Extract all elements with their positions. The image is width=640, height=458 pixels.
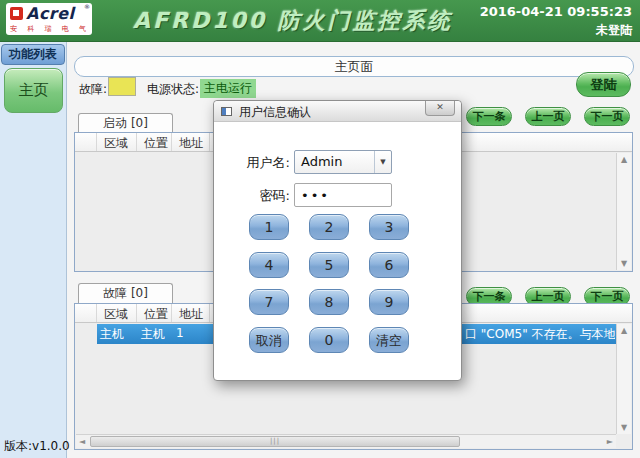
sidebar: 功能列表 主页 版本:v1.0.0 [0,42,67,458]
close-icon[interactable]: ✕ [425,101,455,116]
tab-start[interactable]: 启动 [0] [78,113,173,133]
password-label: 密码: [228,187,290,205]
keypad-button-2[interactable]: 2 [309,214,349,240]
login-status: 未登陆 [596,22,632,39]
username-selected-value: Admin [301,154,342,169]
acrel-logo-icon [10,7,23,20]
cell-position: 主机 [141,326,165,343]
scroll-down-icon[interactable]: ▼ [617,259,631,268]
function-list-button[interactable]: 功能列表 [1,44,65,65]
password-field[interactable]: ••• [294,183,392,207]
keypad-button-5[interactable]: 5 [309,252,349,278]
column-header-address[interactable]: 地址 [172,304,210,322]
start-next-item-button[interactable]: 下一条 [466,107,512,126]
brand-subtitle: 安 科 瑞 电 气 [10,24,90,34]
cancel-button[interactable]: 取消 [249,327,289,353]
username-label: 用户名: [228,154,290,172]
keypad-button-3[interactable]: 3 [369,214,409,240]
login-button[interactable]: 登陆 [576,72,631,97]
dialog-titlebar[interactable]: 用户信息确认 ✕ [214,101,461,122]
power-status-label: 电源状态: [147,81,199,98]
app-window: Acrel ® 安 科 瑞 电 气 AFRD100 防火门监控系统 2016-0… [0,0,640,458]
scroll-left-icon[interactable]: ◄ [79,437,85,446]
dialog-title: 用户信息确认 [239,104,311,121]
column-header-area[interactable]: 区域 [97,304,137,322]
scroll-up-icon[interactable]: ▲ [617,326,631,335]
start-prev-page-button[interactable]: 上一页 [525,107,571,126]
fault-horizontal-scrollbar[interactable]: ◄ ► ||| [76,434,616,448]
scrollbar-thumb[interactable]: ||| [90,436,460,447]
column-header-position[interactable]: 位置 [137,133,172,151]
version-label: 版本:v1.0.0 [4,438,70,455]
username-select[interactable]: Admin ▼ [294,150,392,174]
row-selector-column [75,304,97,322]
keypad-button-9[interactable]: 9 [369,289,409,315]
power-status-value: 主电运行 [200,79,256,98]
tab-fault[interactable]: 故障 [0] [78,283,173,303]
brand-name: Acrel [26,4,75,23]
keypad-button-4[interactable]: 4 [249,252,289,278]
keypad-button-8[interactable]: 8 [309,289,349,315]
column-header-area[interactable]: 区域 [97,133,137,151]
fault-indicator [108,77,136,96]
page-title: 主页面 [74,56,634,77]
clear-button[interactable]: 清空 [369,327,409,353]
keypad-button-7[interactable]: 7 [249,289,289,315]
header-bar: Acrel ® 安 科 瑞 电 气 AFRD100 防火门监控系统 2016-0… [0,0,640,42]
user-login-dialog: 用户信息确认 ✕ 用户名: Admin ▼ 密码: ••• 1 2 3 4 5 … [213,100,462,381]
cell-fault-message: 口 "COM5" 不存在。与本地二总 [465,326,615,343]
scroll-down-icon[interactable]: ▼ [617,423,631,432]
start-vertical-scrollbar[interactable]: ▲ ▼ [616,153,631,270]
app-title: AFRD100 防火门监控系统 [133,6,453,36]
acrel-logo: Acrel ® 安 科 瑞 电 气 [6,3,92,35]
chevron-down-icon[interactable]: ▼ [374,151,391,173]
column-header-address[interactable]: 地址 [172,133,210,151]
column-header-position[interactable]: 位置 [137,304,172,322]
registered-mark: ® [84,3,90,10]
cell-area: 主机 [100,326,124,343]
dialog-window-icon [221,107,232,116]
fault-label: 故障: [79,81,107,98]
row-selector-column [75,133,97,151]
scroll-up-icon[interactable]: ▲ [617,155,631,164]
start-next-page-button[interactable]: 下一页 [584,107,630,126]
keypad-button-0[interactable]: 0 [309,327,349,353]
keypad-button-6[interactable]: 6 [369,252,409,278]
cell-address: 1 [176,326,184,340]
datetime-display: 2016-04-21 09:55:23 [480,4,632,19]
sidebar-item-home[interactable]: 主页 [4,68,63,113]
scroll-right-icon[interactable]: ► [607,437,613,446]
keypad-button-1[interactable]: 1 [249,214,289,240]
fault-vertical-scrollbar[interactable]: ▲ ▼ [616,324,631,434]
